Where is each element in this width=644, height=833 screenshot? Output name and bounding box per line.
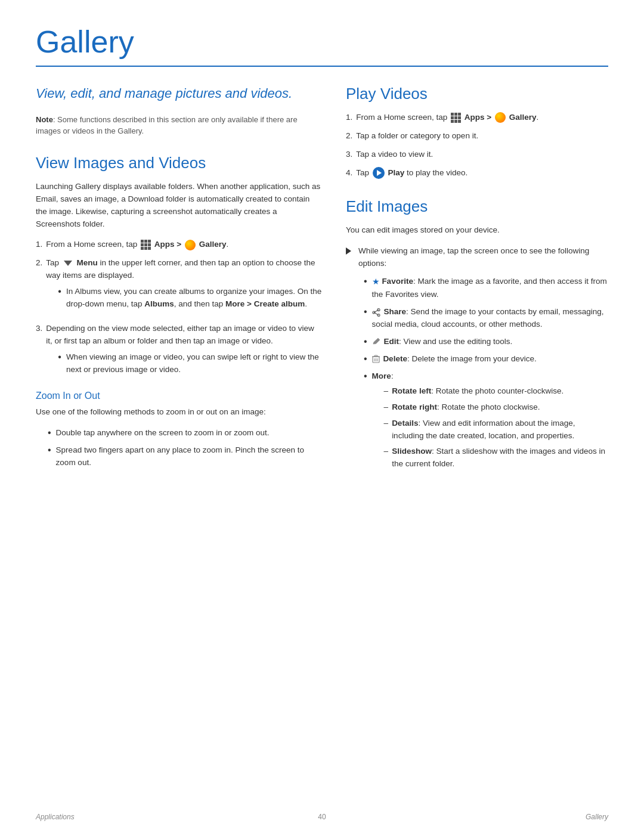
rotate-left-item: – Rotate left: Rotate the photo counter-…	[384, 385, 608, 398]
view-step-2: 2. Tap Menu in the upper left corner, an…	[36, 257, 322, 317]
step3-num: 3.	[36, 323, 42, 382]
more-dash-list: – Rotate left: Rotate the photo counter-…	[384, 385, 608, 471]
step2-num: 2.	[36, 257, 42, 317]
step1-gallery-label: Gallery	[199, 240, 227, 249]
step2-bullets: • In Albums view, you can create albums …	[58, 286, 322, 311]
favorite-content: ★ Favorite: Mark the image as a favorite…	[372, 275, 608, 301]
step1-apps-label: Apps >	[154, 240, 181, 249]
step3-bullet-1-text: When viewing an image or video, you can …	[66, 351, 322, 376]
title-divider	[36, 66, 608, 67]
pencil-icon	[372, 336, 380, 348]
step2-bullet-1-text: In Albums view, you can create albums to…	[66, 286, 322, 311]
edit-bullet-more: • More: – Rotate left: Rotate the photo …	[364, 370, 608, 474]
delete-label: Delete	[383, 354, 407, 363]
trash-icon	[372, 353, 380, 366]
dash-sym-3: –	[384, 417, 389, 442]
view-step-1: 1. From a Home screen, tap Apps > Galler…	[36, 239, 322, 251]
play-step4-num: 4.	[346, 167, 352, 179]
arrow-right-icon	[346, 245, 354, 270]
bullet-dot-share: •	[364, 306, 367, 331]
edit-arrow-text: While viewing an image, tap the screen o…	[358, 245, 608, 270]
apps-icon-1	[141, 240, 151, 250]
step2-menu-label: Menu	[77, 258, 98, 267]
gallery-icon-1	[185, 240, 196, 250]
edit-bullet-delete: • Delete: Delete th	[364, 353, 608, 366]
view-steps-list: 1. From a Home screen, tap Apps > Galler…	[36, 239, 322, 382]
triangle-down-icon	[64, 261, 72, 266]
rotate-right-text: Rotate right: Rotate the photo clockwise…	[392, 401, 540, 414]
play-step-3: 3. Tap a video to view it.	[346, 148, 608, 161]
subtitle: View, edit, and manage pictures and vide…	[36, 85, 322, 103]
details-text: Details: View and edit information about…	[392, 417, 608, 442]
edit-label: Edit	[383, 337, 399, 346]
play-triangle-icon	[377, 170, 382, 176]
zoom-subheading: Zoom In or Out	[36, 391, 322, 401]
zoom-bullet-dot-1: •	[48, 427, 51, 439]
play-step-2: 2. Tap a folder or category to open it.	[346, 130, 608, 143]
section-view-heading: View Images and Videos	[36, 154, 322, 172]
bullet-dot-2: •	[58, 351, 61, 376]
note-label: Note	[36, 115, 53, 124]
slideshow-text: Slideshow: Start a slideshow with the im…	[392, 445, 608, 470]
left-column: View, edit, and manage pictures and vide…	[36, 85, 322, 480]
menu-icon	[63, 258, 73, 269]
dash-sym-2: –	[384, 401, 389, 414]
bullet-dot-edit: •	[364, 336, 367, 348]
step2-bullet-1: • In Albums view, you can create albums …	[58, 286, 322, 311]
bullet-dot-fav: •	[364, 275, 367, 301]
zoom-bullet-1-text: Double tap anywhere on the screen to zoo…	[56, 427, 270, 439]
zoom-bullet-2: • Spread two fingers apart on any place …	[48, 444, 322, 469]
right-column: Play Videos 1. From a Home screen, tap A…	[346, 85, 608, 480]
play-step2-num: 2.	[346, 130, 352, 143]
section-view-intro: Launching Gallery displays available fol…	[36, 181, 322, 231]
zoom-bullet-2-text: Spread two fingers apart on any place to…	[56, 444, 322, 469]
play-step1-num: 1.	[346, 112, 352, 124]
footer-left: Applications	[36, 813, 75, 821]
edit-bullet-edit: • Edit: View and use the editing tools.	[364, 336, 608, 348]
edit-arrow-item: While viewing an image, tap the screen o…	[346, 245, 608, 270]
svg-rect-9	[374, 355, 377, 357]
triangle-right-icon	[346, 247, 351, 255]
zoom-bullet-dot-2: •	[48, 444, 51, 469]
more-content: More: – Rotate left: Rotate the photo co…	[372, 370, 608, 474]
play-step4-content: Tap Play to play the video.	[356, 167, 467, 179]
favorite-label: Favorite	[382, 277, 413, 286]
step3-bullet-1: • When viewing an image or video, you ca…	[58, 351, 322, 376]
dash-sym-4: –	[384, 445, 389, 470]
step1-content: From a Home screen, tap Apps > Gallery.	[46, 239, 228, 251]
apps-icon-2	[451, 113, 461, 123]
share-icon	[372, 306, 380, 318]
slideshow-item: – Slideshow: Start a slideshow with the …	[384, 445, 608, 470]
zoom-bullets: • Double tap anywhere on the screen to z…	[48, 427, 322, 469]
page: Gallery View, edit, and manage pictures …	[0, 0, 644, 833]
pencil-svg	[372, 337, 380, 346]
zoom-intro: Use one of the following methods to zoom…	[36, 406, 322, 419]
section-play-heading: Play Videos	[346, 85, 608, 103]
step3-bullets: • When viewing an image or video, you ca…	[58, 351, 322, 376]
play-step2-text: Tap a folder or category to open it.	[356, 130, 478, 143]
footer-right: Gallery	[586, 813, 608, 821]
edit-bullets: • ★ Favorite: Mark the image as a favori…	[364, 275, 608, 474]
rotate-right-item: – Rotate right: Rotate the photo clockwi…	[384, 401, 608, 414]
gallery-icon-2	[495, 112, 506, 123]
delete-content: Delete: Delete the image from your devic…	[372, 353, 537, 366]
edit-tool-content: Edit: View and use the editing tools.	[372, 336, 513, 348]
footer-center: 40	[318, 813, 326, 821]
note-text: : Some functions described in this secti…	[36, 115, 298, 136]
section-edit-intro: You can edit images stored on your devic…	[346, 224, 608, 237]
rotate-left-text: Rotate left: Rotate the photo counter-cl…	[392, 385, 564, 398]
dash-sym-1: –	[384, 385, 389, 398]
play-step1-content: From a Home screen, tap Apps > Gallery.	[356, 112, 538, 124]
trash-svg	[372, 355, 380, 363]
zoom-bullet-1: • Double tap anywhere on the screen to z…	[48, 427, 322, 439]
play-button-icon	[373, 167, 385, 179]
bullet-dot-more: •	[364, 370, 367, 474]
share-label: Share	[383, 307, 406, 316]
bullet-dot: •	[58, 286, 61, 311]
page-title: Gallery	[36, 24, 608, 60]
play-step1-apps-label: Apps >	[465, 113, 491, 122]
edit-bullet-share: • Share: Send the image to your cont	[364, 306, 608, 331]
play-step1-gallery-label: Gallery	[509, 113, 537, 122]
share-svg	[372, 308, 380, 317]
step3-content: Depending on the view mode selected, eit…	[46, 323, 322, 382]
